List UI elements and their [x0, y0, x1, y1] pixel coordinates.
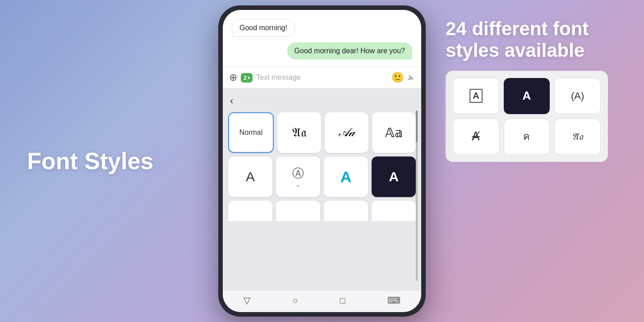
chat-bubble-sent: Good morning! — [232, 19, 295, 37]
left-section: Font Styles — [27, 147, 153, 175]
message-input-placeholder[interactable]: Text message — [256, 74, 388, 82]
right-section: 24 different font styles available A A (… — [446, 18, 635, 162]
message-input-bar: ⊕ 2 ▾ Text message 🙂 ➤ — [223, 67, 421, 88]
preview-tile-paren-a: (A) — [554, 78, 601, 114]
font-tile-sans[interactable]: A — [228, 156, 272, 197]
font-tile-blackletter[interactable]: 𝔄𝔞 — [277, 112, 321, 153]
add-icon[interactable]: ⊕ — [229, 72, 237, 83]
preview-tile-thai-a: ค — [504, 119, 550, 155]
bottom-nav-bar: ▽ ○ □ ⌨ — [223, 290, 421, 312]
font-tile-partial-1[interactable] — [228, 201, 272, 221]
font-tile-normal[interactable]: Normal — [228, 112, 274, 153]
tagline-text: 24 different font styles available — [446, 18, 635, 62]
font-tiles-row-1: Normal 𝔄𝔞 𝒜𝒶 𝔸𝕒 — [226, 112, 418, 153]
main-title: Font Styles — [27, 147, 153, 175]
phone-mockup: Good morning! Good morning dear! How are… — [218, 5, 426, 317]
nav-home-icon[interactable]: ○ — [292, 295, 298, 306]
preview-tile-blackletter-aa: 𝔄𝔞 — [554, 119, 601, 155]
phone-frame: Good morning! Good morning dear! How are… — [218, 5, 426, 317]
font-tile-partial-4[interactable] — [372, 201, 416, 221]
nav-back-icon[interactable]: ▽ — [244, 295, 250, 306]
keyboard-font-area: ‹ Normal 𝔄𝔞 𝒜𝒶 𝔸𝕒 — [223, 88, 421, 290]
font-tile-serif[interactable]: 𝔸𝕒 — [372, 112, 416, 153]
nav-keyboard-icon[interactable]: ⌨ — [387, 295, 400, 306]
chat-area: Good morning! Good morning dear! How are… — [223, 10, 421, 67]
scrollbar-track — [416, 110, 418, 281]
font-tile-partial-3[interactable] — [324, 201, 368, 221]
back-chevron-icon[interactable]: ‹ — [230, 95, 233, 107]
font-tile-circled[interactable]: Ⓐ ⌣ — [276, 156, 320, 197]
font-tiles-row-3-partial — [226, 201, 418, 221]
font-tiles-row-2: A Ⓐ ⌣ A A — [226, 156, 418, 197]
font-tile-inverted[interactable]: A — [372, 156, 416, 197]
font-tile-script[interactable]: 𝒜𝒶 — [325, 112, 368, 153]
send-icon[interactable]: ➤ — [406, 71, 416, 84]
emoji-icon[interactable]: 🙂 — [391, 72, 404, 83]
phone-screen: Good morning! Good morning dear! How are… — [223, 10, 421, 312]
chat-bubble-received: Good morning dear! How are you? — [287, 42, 412, 60]
font-tile-blue-bold[interactable]: A — [324, 156, 368, 197]
nav-recents-icon[interactable]: □ — [340, 295, 345, 306]
font-selector-icon[interactable]: 2 ▾ — [241, 73, 253, 83]
scrollbar-thumb[interactable] — [416, 110, 418, 142]
preview-tile-dark-a: A — [504, 78, 550, 114]
preview-tile-strikethrough-a: Ⱥ — [453, 119, 499, 155]
keyboard-back-row: ‹ — [226, 93, 418, 109]
preview-tile-boxed-a: A — [453, 78, 499, 114]
font-preview-card: A A (A) Ⱥ ค 𝔄𝔞 — [446, 71, 608, 162]
font-tile-partial-2[interactable] — [276, 201, 320, 221]
